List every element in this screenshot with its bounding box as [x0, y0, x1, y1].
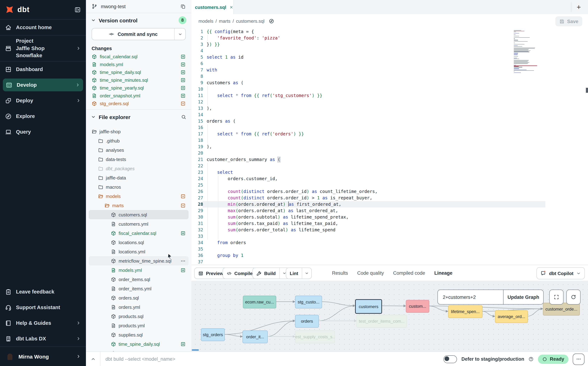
lint-button[interactable]: Lint [286, 267, 312, 279]
file-explorer-header[interactable]: File explorer [86, 110, 191, 124]
tree-item-locations.yml[interactable]: locations.yml [89, 247, 189, 256]
update-graph-button[interactable]: Update Graph [503, 290, 543, 304]
code-line-32[interactable]: 32 sum(orders.order_total) as lifetime_s… [191, 227, 588, 233]
refresh-button[interactable] [566, 290, 581, 305]
sidebar-item-project[interactable]: ProjectJaffle Shop Snowflake [0, 36, 86, 61]
code-line-31[interactable]: 31 sum(orders.tax_paid) as lifetime_tax_… [191, 220, 588, 227]
fullscreen-button[interactable] [549, 290, 564, 305]
lineage-node-custom[interactable]: custom... [406, 300, 429, 313]
command-input[interactable]: dbt build --select <model_name> [105, 356, 175, 362]
lineage-node-stg_custo[interactable]: stg_custo... [295, 296, 322, 308]
tree-item-macros[interactable]: macros [89, 182, 189, 191]
code-line-29[interactable]: 29 max(orders.ordered_at) as last_ordere… [191, 207, 588, 214]
tab-compiled-code[interactable]: Compiled code [393, 264, 425, 282]
search-icon[interactable] [181, 114, 186, 120]
code-line-30[interactable]: 30 sum(orders.subtotal) as lifetime_spen… [191, 214, 588, 220]
new-tab-button[interactable]: + [574, 2, 584, 12]
lineage-node-average[interactable]: average_ord... [495, 310, 528, 323]
sidebar-item-develop[interactable]: Develop [3, 78, 83, 91]
changes-row[interactable]: order_snapshot.yml [86, 92, 191, 99]
compile-button[interactable]: Compile [223, 267, 257, 279]
commit-and-sync-main[interactable]: Commit and sync [92, 28, 174, 40]
tree-item-.github[interactable]: .github [89, 136, 189, 145]
lineage-node-lifetime[interactable]: lifetime_spen... [448, 305, 483, 318]
code-line-33[interactable]: 33 [191, 233, 588, 239]
tree-item-models[interactable]: models [89, 191, 189, 201]
tree-item-jaffle-shop[interactable]: jaffle-shop [89, 127, 189, 136]
code-line-23[interactable]: 23 select [191, 169, 588, 175]
sidebar-item-dashboard[interactable]: Dashboard [0, 61, 86, 77]
code-line-34[interactable]: 34 from orders [191, 239, 588, 246]
code-line-18[interactable]: 18 [191, 137, 588, 144]
code-line-35[interactable]: 35 [191, 246, 588, 252]
tree-item-customers.yml[interactable]: customers.yml [89, 219, 189, 229]
sidebar-item-help-guides[interactable]: Help & Guides [0, 315, 86, 331]
tree-item-data-tests[interactable]: data-tests [89, 155, 189, 164]
code-line-26[interactable]: 26 count(distinct orders.order_id) as co… [191, 188, 588, 195]
code-line-25[interactable]: 25 [191, 182, 588, 188]
changes-row[interactable]: stg_orders.sql [86, 99, 191, 107]
compass-icon[interactable] [269, 18, 274, 24]
changes-row[interactable]: time_spine_daily.sql [86, 68, 191, 76]
code-editor[interactable]: 1{{ config(meta = {2 'favorite_food': 'p… [191, 28, 588, 265]
changes-row[interactable]: time_spine_yearly.sql [86, 84, 191, 92]
dbt-copilot-button[interactable]: dbt Copilot [537, 267, 585, 279]
code-line-11[interactable]: 11 select * from {{ ref('stg_customers')… [191, 92, 588, 99]
tree-item-orders.sql[interactable]: orders.sql [89, 293, 189, 302]
code-line-21[interactable]: 21customer_orders_summary as ( [191, 156, 588, 163]
code-line-36[interactable]: 36 group by 1 [191, 252, 588, 259]
tab-code-quality[interactable]: Code quality [357, 264, 384, 282]
code-line-12[interactable]: 12 [191, 99, 588, 105]
sidebar-item-support-assistant[interactable]: Support Assistant [0, 299, 86, 315]
code-line-37[interactable]: 37 [191, 259, 588, 265]
code-line-27[interactable]: 27 count(distinct orders.order_id) > 1 a… [191, 195, 588, 201]
graph-search-input[interactable]: 2+customers+2 [438, 294, 503, 300]
code-line-28[interactable]: 28 min(orders.ordered_at) as first_order… [191, 201, 588, 207]
code-line-22[interactable]: 22 [191, 163, 588, 169]
changes-row[interactable]: time_spine_minutes.sql [86, 76, 191, 84]
code-line-15[interactable]: 15orders as ( [191, 118, 588, 124]
version-control-header[interactable]: Version control 8 [86, 13, 191, 27]
changes-row[interactable]: fiscal_calendar.sql [86, 53, 191, 61]
code-line-16[interactable]: 16 [191, 124, 588, 131]
tree-item-fiscal_calendar.sql[interactable]: fiscal_calendar.sql [89, 229, 189, 238]
lineage-node-t_oi[interactable]: test_order_items_com... [357, 315, 407, 328]
lineage-node-cust_orde[interactable]: customer_orde... [543, 303, 580, 316]
editor-scrollbar[interactable] [586, 88, 588, 93]
tree-item-locations.sql[interactable]: locations.sql [89, 238, 189, 247]
code-line-20[interactable]: 20 [191, 150, 588, 156]
commit-and-sync-button[interactable]: Commit and sync [92, 28, 186, 40]
preview-button[interactable]: Preview [194, 267, 227, 279]
tree-item-time_spine_minutes.sql[interactable]: time_spine_minutes.sql [89, 349, 189, 351]
tab-results[interactable]: Results [332, 264, 348, 282]
code-line-17[interactable]: 17 select * from {{ ref('orders') }} [191, 131, 588, 137]
expand-command-bar-button[interactable] [86, 356, 100, 362]
changes-row[interactable]: models.yml [86, 61, 191, 68]
code-line-19[interactable]: 19), [191, 144, 588, 150]
tree-item-customers.sql[interactable]: customers.sql [89, 210, 189, 219]
lineage-node-customers[interactable]: customers [355, 299, 382, 314]
code-line-10[interactable]: 10 [191, 86, 588, 92]
save-button[interactable]: Save [555, 16, 582, 26]
tab-lineage[interactable]: Lineage [434, 264, 452, 282]
lineage-node-order_it[interactable]: order_it... [243, 330, 268, 343]
build-button[interactable]: Build [253, 267, 289, 279]
branch-row[interactable]: mwong-test [86, 0, 191, 13]
code-line-9[interactable]: 9customers as ( [191, 80, 588, 86]
code-line-13[interactable]: 13), [191, 105, 588, 112]
tree-item-dbt_packages[interactable]: dbt_packages [89, 164, 189, 173]
tree-item-orders.yml[interactable]: orders.yml [89, 302, 189, 312]
minimap[interactable] [514, 30, 544, 80]
sidebar-item-dbt-labs-dx[interactable]: dbt Labs DX [0, 331, 86, 346]
lineage-node-t_sc[interactable]: test_supply_costs_s... [295, 330, 335, 343]
tree-item-analyses[interactable]: analyses [89, 145, 189, 155]
defer-toggle[interactable] [444, 355, 457, 363]
close-icon[interactable] [229, 5, 234, 9]
commit-options-button[interactable] [174, 28, 185, 40]
lineage-node-stg_orders[interactable]: stg_orders [201, 328, 225, 341]
tree-item-order_items.yml[interactable]: order_items.yml [89, 284, 189, 293]
more-options-button[interactable] [573, 353, 584, 365]
lint-options-button[interactable] [302, 268, 311, 279]
sidebar-item-query[interactable]: Query [0, 124, 86, 140]
code-line-14[interactable]: 14 [191, 112, 588, 118]
